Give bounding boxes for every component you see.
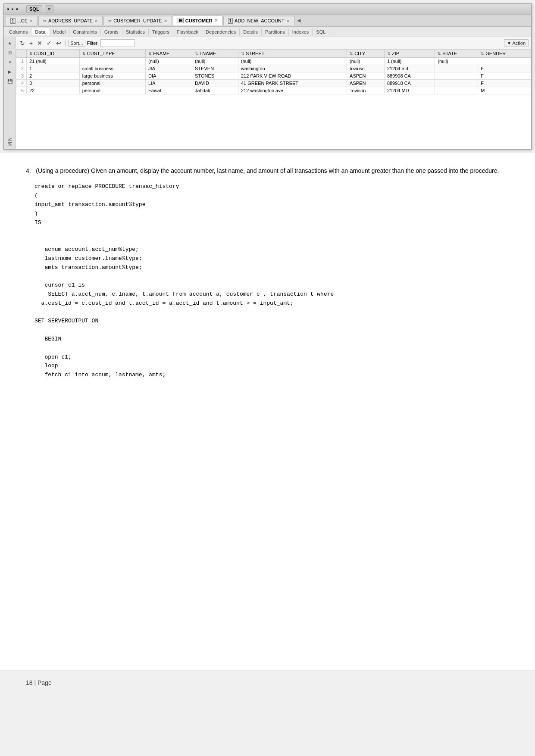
sub-tab-details[interactable]: Details — [240, 28, 262, 35]
th-street[interactable]: ⇅ STREET — [238, 50, 347, 58]
minimize-button[interactable] — [12, 8, 13, 10]
cell-gender[interactable]: F — [478, 65, 531, 72]
sidebar-arrow-icon[interactable]: ▶ — [6, 67, 14, 76]
cell-cust-id[interactable]: 3 — [27, 80, 80, 87]
cell-state[interactable] — [435, 80, 478, 87]
cell-lname[interactable]: Jahdali — [192, 87, 238, 94]
cell-lname[interactable]: STEVEN — [192, 65, 238, 72]
cell-lname[interactable]: (null) — [192, 58, 238, 65]
sub-tab-indexes[interactable]: Indexes — [289, 28, 313, 35]
cell-gender[interactable]: F — [478, 80, 531, 87]
cell-city[interactable]: towosn — [347, 65, 385, 72]
toolbar-icon-sql[interactable]: SQL — [26, 5, 42, 13]
close-button[interactable] — [7, 8, 9, 10]
cell-gender[interactable]: M — [478, 87, 531, 94]
sub-tab-statistics[interactable]: Statistics — [122, 28, 149, 35]
sort-button[interactable]: Sort... — [68, 40, 85, 47]
tab-addacct-close[interactable]: ✕ — [286, 19, 290, 23]
cell-city[interactable]: ASPEN — [347, 72, 385, 80]
sidebar-save-icon[interactable]: 💾 — [6, 77, 14, 85]
th-city[interactable]: ⇅ CITY — [347, 50, 385, 58]
cell-street[interactable]: (null) — [238, 58, 347, 65]
cell-cust-id[interactable]: 1 — [27, 65, 80, 72]
sub-tab-data[interactable]: Data — [31, 28, 49, 35]
cell-gender[interactable] — [478, 58, 531, 65]
th-fname[interactable]: ⇅ FNAME — [146, 50, 192, 58]
th-zip[interactable]: ⇅ ZIP — [384, 50, 435, 58]
table-row[interactable]: 5 22 personal Faisal Jahdali 212 washing… — [16, 87, 531, 94]
table-row[interactable]: 1 21 (null) (null) (null) (null) (null) … — [16, 58, 531, 65]
cell-cust-id[interactable]: 22 — [27, 87, 80, 94]
cell-city[interactable]: Towson — [347, 87, 385, 94]
tab-address-update[interactable]: ✏ ADDRESS_UPDATE ✕ — [38, 16, 103, 25]
tab-customer-update[interactable]: ✏ CUSTOMER_UPDATE ✕ — [103, 16, 172, 25]
cell-cust-type[interactable]: personal — [79, 87, 145, 94]
tab-ce-close[interactable]: ✕ — [29, 19, 33, 23]
action-button[interactable]: ▼ Action — [504, 39, 529, 47]
table-row[interactable]: 4 3 personal LIA DAVID 41 GREEN PARK STR… — [16, 80, 531, 87]
th-state[interactable]: ⇅ STATE — [435, 50, 478, 58]
commit-button[interactable]: ✓ — [45, 39, 53, 47]
cell-street[interactable]: 212 PARK VIEW ROAD — [238, 72, 347, 80]
cell-fname[interactable]: LIA — [146, 80, 192, 87]
cell-city[interactable]: (null) — [347, 58, 385, 65]
cell-fname[interactable]: JIA — [146, 65, 192, 72]
sub-tab-model[interactable]: Model — [49, 28, 69, 35]
maximize-button[interactable] — [16, 8, 18, 10]
rollback-button[interactable]: ↩ — [55, 39, 63, 47]
cell-lname[interactable]: DAVID — [192, 80, 238, 87]
cell-street[interactable]: washington — [238, 65, 347, 72]
cell-state[interactable]: (null) — [435, 58, 478, 65]
cell-fname[interactable]: Faisal — [146, 87, 192, 94]
tab-add-account[interactable]: 1 ADD_NEW_ACCOUNT ✕ — [223, 16, 294, 25]
th-cust-id[interactable]: ⇅ CUST_ID — [27, 50, 80, 58]
th-cust-type[interactable]: ⇅ CUST_TYPE — [79, 50, 145, 58]
cell-gender[interactable]: F — [478, 72, 531, 80]
cell-zip[interactable]: 21204 md — [384, 65, 435, 72]
sidebar-grid-icon[interactable]: ⊞ — [6, 48, 14, 57]
sub-tab-columns[interactable]: Columns — [6, 28, 31, 35]
sub-tab-flashback[interactable]: Flashback — [173, 28, 202, 35]
table-row[interactable]: 3 2 large business DIA STONES 212 PARK V… — [16, 72, 531, 80]
th-gender[interactable]: ⇅ GENDER — [478, 50, 531, 58]
cell-zip[interactable]: 889908 CA — [384, 72, 435, 80]
cell-cust-id[interactable]: 2 — [27, 72, 80, 80]
sub-tab-sql[interactable]: SQL — [313, 28, 329, 35]
toolbar-icon-menu[interactable]: ≡ — [45, 5, 53, 13]
cell-zip[interactable]: 1 (null) — [384, 58, 435, 65]
sub-tab-constraints[interactable]: Constraints — [69, 28, 101, 35]
cell-state[interactable] — [435, 87, 478, 94]
cell-cust-id[interactable]: 21 (null) — [27, 58, 80, 65]
sub-tab-partitions[interactable]: Partitions — [262, 28, 289, 35]
tab-customer-close[interactable]: ✕ — [214, 18, 218, 23]
tab-address-close[interactable]: ✕ — [94, 19, 98, 23]
sub-tab-dependencies[interactable]: Dependencies — [202, 28, 240, 35]
cell-state[interactable] — [435, 72, 478, 80]
filter-input[interactable] — [100, 39, 135, 47]
sidebar-star-icon[interactable]: ★ — [6, 39, 14, 47]
tab-ce[interactable]: 1 ...CE ✕ — [6, 16, 38, 25]
th-lname[interactable]: ⇅ LNAME — [192, 50, 238, 58]
tab-customer[interactable]: ⊞ CUSTOMER ✕ — [173, 16, 222, 25]
cell-lname[interactable]: STONES — [192, 72, 238, 80]
tab-custupdate-close[interactable]: ✕ — [164, 19, 167, 23]
sub-tab-grants[interactable]: Grants — [101, 28, 122, 35]
cell-city[interactable]: ASPEN — [347, 80, 385, 87]
cell-zip[interactable]: 21204 MD — [384, 87, 435, 94]
table-row[interactable]: 2 1 small business JIA STEVEN washington… — [16, 65, 531, 72]
sub-tab-triggers[interactable]: Triggers — [149, 28, 173, 35]
tab-end-button[interactable]: ◀ — [295, 17, 302, 24]
cell-street[interactable]: 41 GREEN PARK STREET — [238, 80, 347, 87]
refresh-button[interactable]: ↻ — [19, 39, 26, 47]
cell-state[interactable] — [435, 65, 478, 72]
cell-fname[interactable]: (null) — [146, 58, 192, 65]
cell-cust-type[interactable] — [79, 58, 145, 65]
insert-button[interactable]: + — [28, 39, 34, 47]
delete-button[interactable]: ✕ — [36, 39, 44, 47]
sidebar-x-icon[interactable]: ✕ — [6, 58, 14, 66]
cell-cust-type[interactable]: personal — [79, 80, 145, 87]
cell-cust-type[interactable]: large business — [79, 72, 145, 80]
cell-fname[interactable]: DIA — [146, 72, 192, 80]
cell-cust-type[interactable]: small business — [79, 65, 145, 72]
cell-street[interactable]: 212 washington ave — [238, 87, 347, 94]
